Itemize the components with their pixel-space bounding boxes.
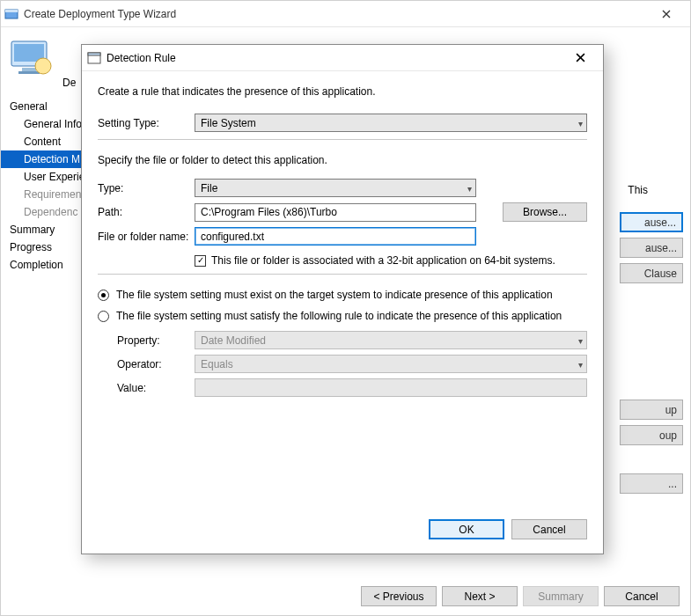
cancel-button[interactable]: Cancel <box>511 519 587 539</box>
radio-must-exist[interactable] <box>98 290 109 301</box>
wizard-monitor-icon <box>10 36 54 80</box>
file-name-label: File or folder name: <box>98 231 195 243</box>
dialog-titlebar: Detection Rule <box>82 45 603 71</box>
value-input <box>195 378 587 397</box>
svg-rect-4 <box>22 68 36 71</box>
truncated-this-text: This <box>628 184 648 196</box>
radio-satisfy-rule-label: The file system setting must satisfy the… <box>116 310 562 322</box>
dialog-title: Detection Rule <box>107 52 562 64</box>
close-icon[interactable] <box>646 1 687 27</box>
setting-type-select[interactable]: File System ▾ <box>195 114 587 132</box>
divider <box>98 274 587 275</box>
clause-buttons-partial: ause... ause... Clause up oup ... <box>620 212 683 494</box>
assoc-32bit-label: This file or folder is associated with a… <box>211 254 555 267</box>
chevron-down-icon: ▾ <box>578 335 583 345</box>
delete-clause-button[interactable]: Clause <box>620 263 683 283</box>
wizard-footer: < Previous Next > Summary Cancel <box>361 586 680 606</box>
more-button[interactable]: ... <box>620 473 683 494</box>
property-select: Date Modified ▾ <box>195 331 587 349</box>
radio-must-exist-label: The file system setting must exist on th… <box>116 289 553 301</box>
dialog-footer: OK Cancel <box>82 509 603 554</box>
ungroup-button[interactable]: oup <box>620 425 683 445</box>
dialog-intro-text: Create a rule that indicates the presenc… <box>98 85 587 98</box>
radio-satisfy-rule[interactable] <box>98 311 109 322</box>
truncated-header-text: De <box>62 77 76 89</box>
dialog-icon <box>87 51 101 65</box>
summary-button[interactable]: Summary <box>523 586 599 606</box>
type-label: Type: <box>98 182 195 194</box>
property-value: Date Modified <box>201 334 266 347</box>
cancel-wizard-button[interactable]: Cancel <box>604 586 680 606</box>
type-value: File <box>201 182 217 194</box>
chevron-down-icon: ▾ <box>467 183 472 193</box>
svg-rect-5 <box>18 71 40 74</box>
add-clause-button[interactable]: ause... <box>620 212 683 232</box>
parent-titlebar: Create Deployment Type Wizard <box>1 1 690 27</box>
path-label: Path: <box>98 206 195 218</box>
divider <box>98 139 587 140</box>
svg-rect-8 <box>88 53 100 55</box>
svg-point-6 <box>35 58 51 74</box>
type-select[interactable]: File ▾ <box>195 179 476 197</box>
edit-clause-button[interactable]: ause... <box>620 238 683 258</box>
detection-rule-dialog: Detection Rule Create a rule that indica… <box>81 44 604 554</box>
path-input[interactable]: C:\Program Files (x86)\Turbo <box>195 203 476 222</box>
next-button[interactable]: Next > <box>442 586 518 606</box>
app-icon <box>4 7 18 21</box>
operator-value: Equals <box>201 358 233 370</box>
svg-rect-1 <box>5 10 18 12</box>
parent-title: Create Deployment Type Wizard <box>24 8 646 20</box>
setting-type-label: Setting Type: <box>98 117 195 129</box>
setting-type-value: File System <box>201 117 256 129</box>
value-label: Value: <box>117 382 195 394</box>
path-value: C:\Program Files (x86)\Turbo <box>201 206 337 218</box>
group-button[interactable]: up <box>620 400 683 420</box>
dialog-close-icon[interactable] <box>562 46 598 70</box>
browse-button[interactable]: Browse... <box>503 202 587 222</box>
ok-button[interactable]: OK <box>429 519 504 539</box>
specify-text: Specify the file or folder to detect thi… <box>98 154 587 166</box>
file-name-input[interactable]: configured.txt <box>195 227 476 246</box>
assoc-32bit-checkbox[interactable]: ✓ <box>195 255 206 267</box>
chevron-down-icon: ▾ <box>578 118 583 128</box>
previous-button[interactable]: < Previous <box>361 586 437 606</box>
property-label: Property: <box>117 334 195 347</box>
dialog-body: Create a rule that indicates the presenc… <box>82 71 603 509</box>
operator-select: Equals ▾ <box>195 355 587 373</box>
file-name-value: configured.txt <box>201 231 264 243</box>
operator-label: Operator: <box>117 358 195 370</box>
chevron-down-icon: ▾ <box>578 359 583 369</box>
